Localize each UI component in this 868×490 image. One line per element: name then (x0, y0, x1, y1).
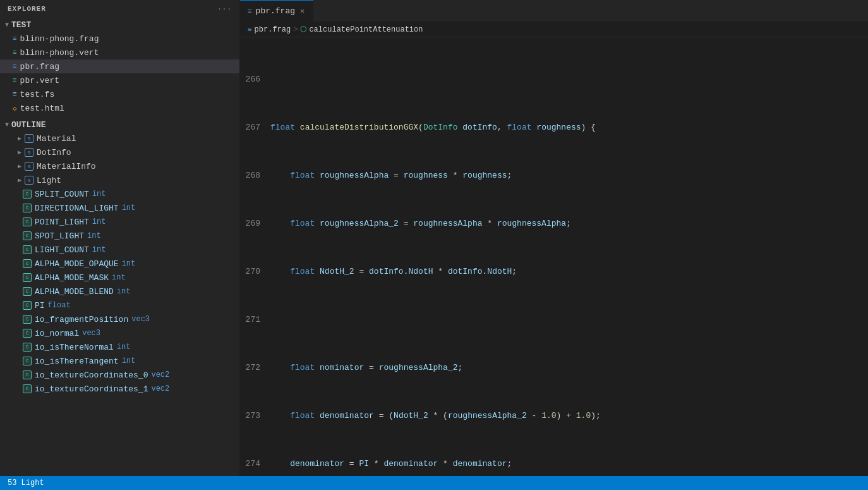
filename-5: test.fs (20, 90, 55, 99)
directional-light-icon: C (23, 204, 32, 212)
code-line-266: 266 (245, 73, 863, 85)
tab-pbr-frag[interactable]: ≡ pbr.frag ✕ (240, 0, 313, 22)
alpha-blend-type: int (117, 287, 131, 296)
code-line-273: 273 float denominator = (NdotH_2 * (roug… (245, 410, 863, 422)
point-light-type: int (92, 217, 106, 226)
split-count-icon: C (23, 190, 32, 199)
io-texcoord-1-name: io_textureCoordinates_1 (35, 384, 148, 394)
code-line-268: 268 float roughnessAlpha = roughness * r… (245, 169, 863, 181)
file-pbr-vert[interactable]: ≡ pbr.vert (0, 73, 239, 87)
alpha-mask-name: ALPHA_MODE_MASK (35, 273, 109, 283)
light-chevron: ▶ (18, 176, 21, 184)
code-container: 266 267 float calculateDistributionGGX(D… (240, 37, 868, 476)
outline-header[interactable]: ▼ OUTLINE (0, 118, 239, 132)
material-chevron: ▶ (18, 135, 21, 142)
filename-4: pbr.vert (20, 76, 59, 85)
file-pbr-frag[interactable]: ≡ pbr.frag (0, 59, 239, 73)
tab-filename: pbr.frag (256, 6, 295, 16)
alpha-blend-name: ALPHA_MODE_BLEND (35, 287, 114, 297)
breadcrumb-file[interactable]: pbr.frag (255, 25, 291, 34)
light-icon: S (25, 176, 33, 185)
outline-alpha-mode-blend[interactable]: C ALPHA_MODE_BLEND int (0, 285, 239, 298)
vert-icon-2: ≡ (13, 77, 17, 84)
io-isthere-normal-type: int (117, 343, 131, 352)
outline-io-texcoord-0[interactable]: C io_textureCoordinates_0 vec2 (0, 368, 239, 382)
outline-spot-light[interactable]: C SPOT_LIGHT int (0, 229, 239, 243)
outline-alpha-mode-opaque[interactable]: C ALPHA_MODE_OPAQUE int (0, 257, 239, 271)
filename-2: blinn-phong.vert (20, 48, 99, 58)
alpha-mask-icon: C (23, 273, 32, 282)
frag-icon-1: ≡ (13, 35, 17, 42)
outline-light[interactable]: ▶ S Light (0, 173, 239, 187)
outline-dotinfo[interactable]: ▶ S DotInfo (0, 145, 239, 159)
io-normal-icon: C (23, 329, 32, 338)
breadcrumb-symbol[interactable]: calculatePointAttenuation (309, 25, 423, 34)
directional-light-type: int (122, 204, 136, 212)
outline-directional-light[interactable]: C DIRECTIONAL_LIGHT int (0, 201, 239, 215)
explorer-header: EXPLORER ··· (0, 0, 239, 18)
light-label: Light (37, 176, 61, 185)
file-test-html[interactable]: ◇ test.html (0, 101, 239, 115)
sidebar: EXPLORER ··· ▼ TEST ≡ blinn-phong.frag ≡… (0, 0, 240, 476)
outline-io-isthere-normal[interactable]: C io_isThereNormal int (0, 340, 239, 354)
filename-6: test.html (20, 104, 64, 113)
light-count-icon: C (23, 245, 32, 254)
file-blinn-phong-vert[interactable]: ≡ blinn-phong.vert (0, 46, 239, 59)
materialinfo-chevron: ▶ (18, 162, 21, 170)
io-texcoord-1-type: vec2 (151, 384, 169, 393)
outline-light-count[interactable]: C LIGHT_COUNT int (0, 243, 239, 257)
dotinfo-chevron: ▶ (18, 149, 21, 156)
file-test-fs[interactable]: ≡ test.fs (0, 87, 239, 101)
explorer-actions: ··· (217, 5, 232, 13)
outline-io-normal[interactable]: C io_normal vec3 (0, 326, 239, 340)
html-icon: ◇ (13, 104, 17, 113)
pi-type: float (48, 301, 71, 310)
materialinfo-label: MaterialInfo (37, 162, 96, 171)
code-line-267: 267 float calculateDistributionGGX(DotIn… (245, 121, 863, 133)
split-count-name: SPLIT_COUNT (35, 190, 89, 199)
code-editor[interactable]: 266 267 float calculateDistributionGGX(D… (240, 37, 868, 476)
test-section-label: TEST (11, 20, 31, 30)
io-normal-type: vec3 (82, 329, 100, 338)
io-texcoord-0-icon: C (23, 371, 32, 379)
outline-point-light[interactable]: C POINT_LIGHT int (0, 215, 239, 229)
alpha-mask-type: int (112, 273, 126, 282)
alpha-opaque-icon: C (23, 259, 32, 268)
alpha-opaque-name: ALPHA_MODE_OPAQUE (35, 259, 119, 269)
code-line-271: 271 (245, 314, 863, 326)
io-texcoord-0-name: io_textureCoordinates_0 (35, 371, 148, 380)
status-light-label: 53 Light (8, 479, 44, 487)
outline-alpha-mode-mask[interactable]: C ALPHA_MODE_MASK int (0, 271, 239, 285)
outline-io-fragpos[interactable]: C io_fragmentPosition vec3 (0, 312, 239, 326)
file-blinn-phong-frag[interactable]: ≡ blinn-phong.frag (0, 32, 239, 46)
filename-1: blinn-phong.frag (20, 34, 99, 44)
point-light-icon: C (23, 217, 32, 226)
outline-io-texcoord-1[interactable]: C io_textureCoordinates_1 vec2 (0, 382, 239, 396)
split-count-type: int (92, 190, 106, 199)
code-line-270: 270 float NdotH_2 = dotInfo.NdotH * dotI… (245, 266, 863, 278)
io-isthere-normal-icon: C (23, 343, 32, 352)
tab-file-icon: ≡ (248, 8, 252, 15)
more-icon[interactable]: ··· (217, 5, 232, 13)
outline-io-isthere-tangent[interactable]: C io_isThereTangent int (0, 354, 239, 368)
outline-split-count[interactable]: C SPLIT_COUNT int (0, 187, 239, 201)
pi-icon: C (23, 301, 32, 310)
frag-icon-2: ≡ (13, 63, 17, 70)
file-list: ≡ blinn-phong.frag ≡ blinn-phong.vert ≡ … (0, 32, 239, 115)
test-chevron: ▼ (5, 21, 9, 28)
test-section-header[interactable]: ▼ TEST (0, 18, 239, 32)
io-normal-name: io_normal (35, 329, 79, 338)
outline-chevron: ▼ (5, 121, 9, 128)
code-line-269: 269 float roughnessAlpha_2 = roughnessAl… (245, 217, 863, 230)
dotinfo-icon: S (25, 148, 33, 157)
alpha-opaque-type: int (122, 259, 136, 268)
outline-material[interactable]: ▶ S Material (0, 132, 239, 145)
tab-close-button[interactable]: ✕ (299, 5, 306, 17)
code-line-274: 274 denominator = PI * denominator * den… (245, 458, 863, 470)
outline-pi[interactable]: C PI float (0, 298, 239, 312)
outline-materialinfo[interactable]: ▶ S MaterialInfo (0, 159, 239, 173)
directional-light-name: DIRECTIONAL_LIGHT (35, 204, 119, 213)
io-isthere-tangent-type: int (122, 357, 136, 365)
io-isthere-tangent-icon: C (23, 357, 32, 365)
alpha-blend-icon: C (23, 287, 32, 296)
